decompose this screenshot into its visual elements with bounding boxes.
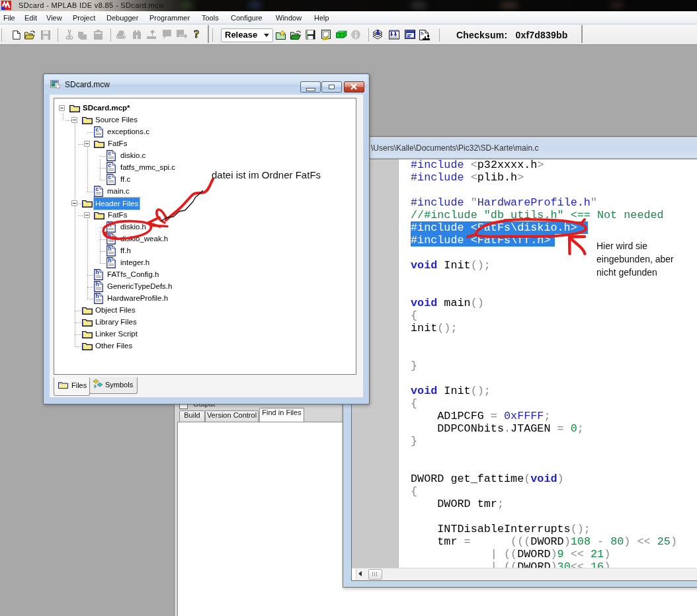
svg-text:h: h bbox=[421, 30, 424, 36]
svg-text:?: ? bbox=[194, 28, 200, 40]
